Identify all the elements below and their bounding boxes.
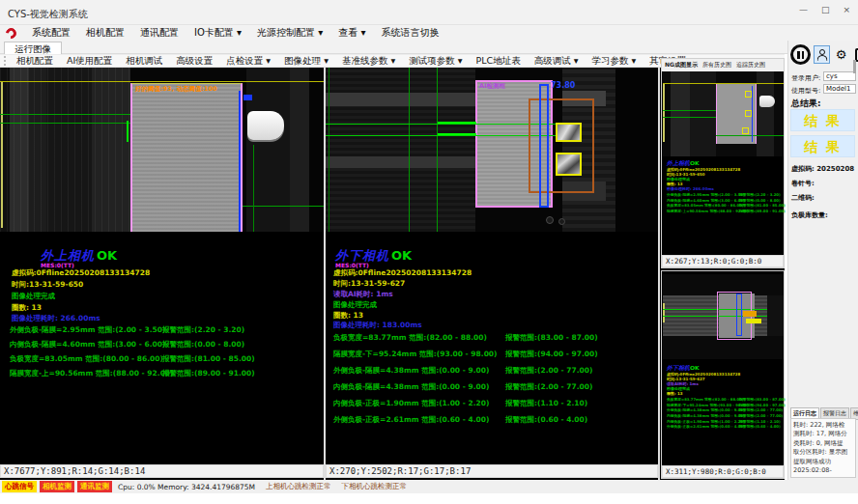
tab-run-image[interactable]: 运行图像 (4, 42, 62, 54)
separator-roller (247, 111, 284, 140)
tool-camera-debug[interactable]: 相机调试 (119, 55, 169, 68)
dark-region (615, 68, 658, 232)
login-user-value[interactable]: cys (823, 71, 856, 81)
pause-icon (797, 51, 800, 59)
menu-view[interactable]: 查看 ▾ (330, 26, 373, 40)
process-done-line: 图像处理完成 (12, 292, 55, 301)
blue-measure-line (752, 86, 753, 142)
blue-measure-line (239, 91, 241, 232)
elapsed-line: 图像处理耗时: 266.00ms (12, 314, 100, 323)
barcode-line: 虚拟码:0Ffline20250208133134728 (333, 268, 472, 278)
tool-plc-address[interactable]: PLC地址表 (470, 55, 528, 68)
menu-io-config[interactable]: IO卡配置 ▾ (186, 26, 249, 40)
time-line: 时间:13-31-59-650 (12, 280, 83, 290)
green-measure-line (663, 117, 716, 118)
yellow-tab-box (556, 153, 582, 176)
green-vertical-line (329, 68, 329, 232)
tool-learn-params[interactable]: 学习参数 ▾ (585, 55, 643, 68)
toolbar-grip[interactable] (4, 56, 6, 66)
tool-ai-config[interactable]: AI使用配置 (60, 55, 119, 68)
green-vertical-line (253, 145, 254, 232)
yellow-marker-box (745, 91, 752, 98)
elapsed-line: 图像处理耗时: 183.00ms (333, 321, 422, 330)
yellow-marker-box (742, 127, 749, 134)
lower-camera-heartbeat-status: 下相机心跳检测正常 (342, 482, 408, 491)
machine-band (326, 156, 475, 168)
app-logo-icon (4, 25, 18, 40)
green-measure-line (0, 123, 130, 124)
green-bright-segment (438, 133, 476, 135)
history-panel-lower: 外下相机OK 虚拟码:0Ffline20250208133134728 时间:1… (661, 270, 785, 479)
result-box-lower: 结 果 (790, 135, 855, 157)
camera-panel-upper: 好的阈值:93, 动态阈值:100 外上相机OK MES:0(TT) 虚拟码:0… (0, 68, 324, 478)
tool-camera-config[interactable]: 相机配置 (10, 55, 60, 68)
history-image-lower[interactable] (663, 274, 784, 359)
camera-image-lower[interactable]: AI检测框 73.80 (326, 68, 658, 232)
cell-region (130, 83, 243, 232)
turns-line: 圈数: 13 (12, 303, 42, 313)
yellow-tab-box (556, 123, 582, 142)
machine-band (326, 93, 475, 106)
result-ok: OK (97, 248, 117, 263)
settings-button[interactable]: ⚙ (833, 45, 849, 64)
tool-test-params[interactable]: 测试项参数 ▾ (402, 55, 469, 68)
ai-box-label: AI检测框 (479, 82, 505, 91)
history-info-lower: 外下相机OK 虚拟码:0Ffline20250208133134728 时间:1… (667, 364, 792, 430)
qr-code-label: 二维码: (791, 193, 815, 203)
tool-image-processing[interactable]: 图像处理 ▾ (277, 55, 335, 68)
edge-highlight-line (1, 81, 3, 228)
green-measure-line (326, 135, 558, 136)
orange-marker (743, 311, 757, 317)
tool-baseline-params[interactable]: 基准线参数 ▾ (335, 55, 402, 68)
history-image-upper[interactable] (663, 71, 784, 156)
green-measure-line (716, 135, 784, 136)
menu-camera-config[interactable]: 相机配置 (78, 26, 132, 40)
login-user-label: 登录用户: (791, 73, 820, 83)
log-text-area[interactable]: 耗时: 222, 网络检测耗时: 17, 网络分类耗时: 0, 网络提取分区耗时… (790, 418, 856, 478)
history-panel-upper: NG成图显示 所有历史图 追踪历史图 外上相机OK 虚拟码:0Ffline202… (661, 58, 785, 268)
tool-advanced-settings[interactable]: 高级设置 (169, 55, 219, 68)
pixel-coord-bar-history-lower: X:311;Y:980;R:0;G:0;B:0 (662, 465, 784, 478)
pin-number-label: 卷针号: (791, 179, 815, 188)
pixel-coord-bar-history-upper: X:267;Y:13;R:0;G:0;B:0 (662, 255, 784, 267)
barcode-line: 虚拟码:0Ffline20250208133134728 (12, 268, 150, 278)
machine-stripes (0, 68, 130, 232)
green-edge-marker (127, 121, 129, 142)
result-box-upper: 结 果 (790, 109, 855, 131)
tab-all-history[interactable]: 所有历史图 (702, 61, 731, 70)
blue-measure-box (539, 84, 549, 208)
log-scrollbar[interactable] (853, 60, 856, 73)
title-bar: CYS-视觉检测系统 — □ × (0, 0, 858, 25)
minimize-button[interactable]: — (799, 5, 808, 14)
green-vertical-line (437, 68, 438, 232)
machine-band (290, 68, 309, 232)
close-button[interactable]: × (843, 5, 850, 14)
tool-advanced-debug[interactable]: 高级调试 ▾ (528, 55, 586, 68)
measure-row: 内侧负极-隔膜=4.60mm 范围:(3.00 - 6.00)报警范围:(0.0… (10, 340, 324, 350)
separator-roller (759, 96, 775, 107)
maximize-button[interactable]: □ (821, 5, 830, 14)
menu-system-config[interactable]: 系统配置 (24, 26, 78, 40)
bolt (558, 218, 565, 225)
menu-language-switch[interactable]: 系统语言切换 (373, 26, 446, 40)
measure-row: 外侧负极-隔膜=2.95mm 范围:(2.00 - 3.50)报警范围:(2.2… (10, 325, 324, 335)
camera-image-upper[interactable]: 好的阈值:93, 动态阈值:100 (0, 68, 324, 232)
tab-ng-image[interactable]: NG成图显示 (665, 61, 698, 70)
green-measure-line (326, 124, 558, 125)
upper-camera-heartbeat-status: 上相机心跳检测正常 (266, 482, 331, 491)
tool-spot-check[interactable]: 点检设置 ▾ (219, 55, 277, 68)
pause-button[interactable] (790, 44, 811, 65)
machine-band (757, 71, 774, 156)
tab-trace-history[interactable]: 追踪历史图 (736, 61, 765, 70)
camera-status-badge: 相机监测 (40, 481, 74, 492)
measure-row: 内侧负极-正极=1.90mm 范围:(1.00 - 2.20)报警范围:(1.1… (333, 399, 656, 408)
history-info-upper: 外上相机OK 虚拟码:0Ffline20250208133134728 时间:1… (667, 159, 792, 213)
green-bright-segment (438, 122, 476, 124)
menu-light-config[interactable]: 光源控制配置 ▾ (249, 26, 330, 40)
model-value[interactable]: Model1 (823, 84, 856, 94)
measure-row: 内侧负极-隔膜=4.38mm 范围:(0.00 - 9.00)报警范围:(2.0… (333, 382, 656, 392)
menu-comm-config[interactable]: 通讯配置 (132, 26, 186, 40)
measure-row: 隔膜宽度-下=95.24mm 范围:(93.00 - 98.00)报警范围:(9… (333, 350, 656, 359)
measure-row: 外侧负极-隔膜=4.38mm 范围:(0.00 - 9.00)报警范围:(2.0… (333, 366, 656, 376)
user-button[interactable] (814, 45, 830, 64)
